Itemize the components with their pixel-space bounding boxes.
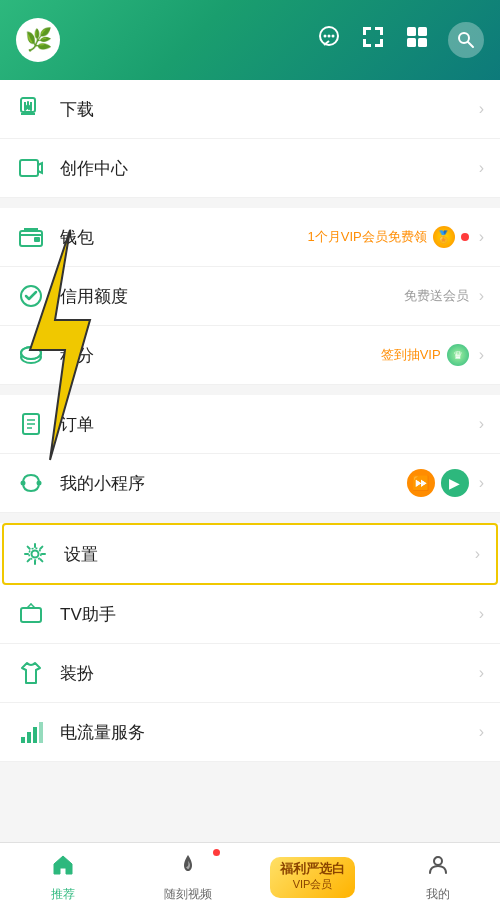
fire-icon: [176, 853, 200, 883]
tv-arrow: ›: [479, 605, 484, 623]
coin-icon: 🏅: [433, 226, 455, 248]
header: 🌿: [0, 0, 500, 80]
wallet-right: 1个月VIP会员免费领 🏅 ›: [307, 226, 484, 248]
svg-rect-11: [380, 39, 383, 47]
mini-app-icons: ⏩ ▶: [407, 469, 469, 497]
dress-label: 装扮: [60, 662, 475, 685]
svg-point-44: [434, 857, 442, 865]
creation-label: 创作中心: [60, 157, 475, 180]
nav-item-random[interactable]: 随刻视频: [125, 843, 250, 912]
menu-section-2: 钱包 1个月VIP会员免费领 🏅 › 信用额度 免费送会员 ›: [0, 208, 500, 385]
creation-arrow: ›: [479, 159, 484, 177]
svg-rect-42: [39, 722, 43, 743]
nav-item-vip[interactable]: 福利严选白 VIP会员: [250, 843, 375, 912]
svg-rect-22: [34, 237, 40, 242]
grid-icon[interactable]: [404, 24, 430, 56]
svg-point-1: [324, 35, 327, 38]
download-arrow: ›: [479, 100, 484, 118]
svg-point-2: [328, 35, 331, 38]
dress-arrow: ›: [479, 664, 484, 682]
menu-section-1: 下载 › 创作中心 ›: [0, 80, 500, 198]
credit-badge: 免费送会员: [404, 287, 469, 305]
vip-title: 福利严选白: [280, 861, 345, 877]
wallet-dot: [461, 233, 469, 241]
wallet-icon: [16, 222, 46, 252]
tv-label: TV助手: [60, 603, 475, 626]
nav-item-profile[interactable]: 我的: [375, 843, 500, 912]
orders-label: 订单: [60, 413, 475, 436]
header-icons: [316, 22, 484, 58]
menu-item-miniapp[interactable]: 我的小程序 ⏩ ▶ ›: [0, 454, 500, 513]
menu-item-download[interactable]: 下载 ›: [0, 80, 500, 139]
settings-right: ›: [471, 545, 480, 563]
orders-arrow: ›: [479, 415, 484, 433]
app-logo[interactable]: 🌿: [16, 18, 60, 62]
creation-icon: [16, 153, 46, 183]
traffic-right: ›: [475, 723, 484, 741]
header-left: 🌿: [16, 18, 60, 62]
bottom-nav: 推荐 随刻视频 福利严选白 VIP会员 我的: [0, 842, 500, 912]
menu-item-tv[interactable]: TV助手 ›: [0, 585, 500, 644]
svg-rect-13: [418, 27, 427, 36]
svg-rect-15: [418, 38, 427, 47]
menu-item-wallet[interactable]: 钱包 1个月VIP会员免费领 🏅 ›: [0, 208, 500, 267]
svg-rect-35: [21, 608, 41, 622]
traffic-arrow: ›: [479, 723, 484, 741]
points-arrow: ›: [479, 346, 484, 364]
chat-icon[interactable]: [316, 24, 342, 56]
wallet-label: 钱包: [60, 226, 307, 249]
mini-icon-1: ⏩: [407, 469, 435, 497]
menu-item-points[interactable]: 积分 签到抽VIP ♛ ›: [0, 326, 500, 385]
orders-icon: [16, 409, 46, 439]
vip-badge: 福利严选白 VIP会员: [270, 857, 355, 898]
svg-rect-14: [407, 38, 416, 47]
download-icon: [16, 94, 46, 124]
menu-section-4: 设置 › TV助手 ›: [0, 523, 500, 762]
profile-label: 我的: [426, 886, 450, 903]
tv-icon: [16, 599, 46, 629]
credit-right: 免费送会员 ›: [404, 287, 484, 305]
mini-icon-2: ▶: [441, 469, 469, 497]
tv-right: ›: [475, 605, 484, 623]
menu-item-credit[interactable]: 信用额度 免费送会员 ›: [0, 267, 500, 326]
nav-item-recommend[interactable]: 推荐: [0, 843, 125, 912]
svg-point-3: [332, 35, 335, 38]
recommend-label: 推荐: [51, 886, 75, 903]
settings-arrow: ›: [475, 545, 480, 563]
random-dot: [213, 849, 220, 856]
profile-icon: [426, 853, 450, 883]
traffic-icon: [16, 717, 46, 747]
wallet-badge: 1个月VIP会员免费领: [307, 228, 426, 246]
svg-line-17: [468, 42, 473, 47]
dress-icon: [16, 658, 46, 688]
svg-point-32: [37, 481, 42, 486]
points-badge: 签到抽VIP: [381, 346, 441, 364]
points-icon: [16, 340, 46, 370]
menu-item-creation[interactable]: 创作中心 ›: [0, 139, 500, 198]
svg-rect-20: [20, 160, 38, 176]
svg-rect-5: [363, 27, 366, 35]
miniapp-icon: [16, 468, 46, 498]
svg-rect-39: [21, 737, 25, 743]
menu-item-orders[interactable]: 订单 ›: [0, 395, 500, 454]
download-label: 下载: [60, 98, 475, 121]
svg-rect-7: [380, 27, 383, 35]
search-icon[interactable]: [448, 22, 484, 58]
miniapp-label: 我的小程序: [60, 472, 407, 495]
home-icon: [51, 853, 75, 883]
svg-rect-12: [407, 27, 416, 36]
wallet-arrow: ›: [479, 228, 484, 246]
settings-label: 设置: [64, 543, 471, 566]
crown-icon: ♛: [447, 344, 469, 366]
menu-item-settings[interactable]: 设置 ›: [2, 523, 498, 585]
menu-item-traffic[interactable]: 电流量服务 ›: [0, 703, 500, 762]
menu-scroll-area: 下载 › 创作中心 ›: [0, 80, 500, 842]
scan-icon[interactable]: [360, 24, 386, 56]
points-label: 积分: [60, 344, 381, 367]
menu-item-dress[interactable]: 装扮 ›: [0, 644, 500, 703]
credit-icon: [16, 281, 46, 311]
traffic-label: 电流量服务: [60, 721, 475, 744]
credit-label: 信用额度: [60, 285, 404, 308]
miniapp-arrow: ›: [479, 474, 484, 492]
svg-point-31: [21, 481, 26, 486]
